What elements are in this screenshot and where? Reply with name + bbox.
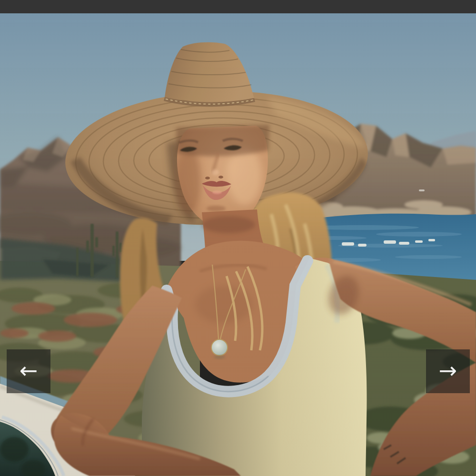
film-tint-overlay — [0, 13, 476, 476]
photo-stage — [0, 13, 476, 476]
browser-top-bar — [0, 0, 476, 13]
carousel-next-button[interactable]: → — [426, 349, 470, 393]
carousel-photo — [0, 13, 476, 476]
carousel-previous-button[interactable]: ← — [7, 349, 50, 393]
arrow-left-icon: ← — [20, 359, 38, 381]
arrow-right-icon: → — [439, 359, 457, 381]
